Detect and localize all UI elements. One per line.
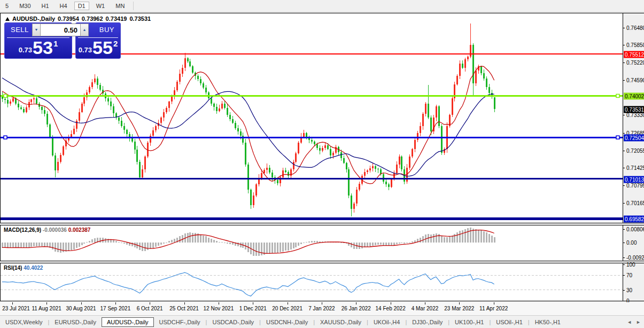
symbol-tab-xauusd-daily[interactable]: XAUUSD-,Daily [315, 317, 367, 327]
symbol-tab-hk50-h1[interactable]: HK50-,H1 [530, 317, 566, 327]
price-axis-value: 0.75850 [626, 42, 644, 48]
toolbar-separator [133, 2, 134, 10]
rsi-axis-tick [623, 264, 625, 265]
rsi-axis[interactable]: 10070300 [623, 263, 644, 301]
price-axis-value: 0.73330 [626, 112, 644, 118]
date-axis-label: 23 Jul 2021 [2, 306, 30, 311]
symbol-tab-bar: USDX,Weekly|EURUSD-,DailyAUDUSD-,DailyUS… [0, 315, 644, 328]
macd-pane[interactable]: MACD(12,26,9) -0.000036 0.002387 [0, 225, 623, 261]
date-axis-label: 7 Jan 2022 [308, 306, 335, 311]
ohlc-high: 0.73962 [82, 15, 103, 22]
price-axis-value: 0.70795 [626, 183, 644, 189]
ohlc-open: 0.73954 [58, 15, 79, 22]
symbol-tab-usdchf-daily[interactable]: USDCHF-,Daily [154, 317, 206, 327]
timeframe-button-h4[interactable]: H4 [56, 2, 71, 10]
rsi-axis-value: 30 [626, 287, 632, 293]
symbol-tab-eurusd-daily[interactable]: EURUSD-,Daily [49, 317, 102, 327]
tab-scroll-left[interactable]: ◄ [627, 319, 632, 325]
timeframe-button-mn[interactable]: MN [112, 2, 128, 10]
timeframe-button-5[interactable]: 5 [2, 2, 12, 10]
price-axis-value: 0.75220 [626, 60, 644, 66]
one-click-trade-widget: SELL 0.73 53 1 BUY 0.73 55 2 ▼ ▲ [4, 22, 121, 59]
price-axis-value: 0.71425 [626, 165, 644, 171]
price-axis-tick [623, 151, 625, 151]
rsi-axis-value: 70 [626, 272, 632, 278]
rsi-axis-tick [623, 301, 625, 301]
date-axis-label: 4 Mar 2022 [412, 306, 439, 311]
macd-axis-value: 0.00 [626, 240, 637, 246]
ohlc-close: 0.73531 [129, 15, 151, 22]
rsi-label: RSI(14) 40.4022 [4, 265, 43, 271]
price-axis-value: 0.70165 [626, 200, 644, 206]
date-axis-label: 23 Mar 2022 [444, 306, 474, 311]
date-axis[interactable]: 23 Jul 202111 Aug 202130 Aug 202117 Sep … [0, 302, 644, 315]
date-axis-tick [253, 302, 253, 304]
date-axis-label: 1 Dec 2021 [239, 306, 267, 311]
price-level-badge: 0.71013 [624, 176, 644, 183]
symbol-tab-usdx-weekly[interactable]: USDX,Weekly [0, 317, 48, 327]
date-axis-label: 17 Sep 2021 [100, 306, 130, 311]
symbol-tab-usdcad-daily[interactable]: USDCAD-,Daily [207, 317, 259, 327]
sell-price-sup: 1 [53, 39, 58, 48]
date-axis-label: 26 Jan 2022 [342, 306, 371, 311]
volume-input[interactable] [41, 24, 80, 36]
price-level-badge: 0.74002 [624, 93, 644, 100]
date-axis-label: 11 Aug 2021 [32, 306, 61, 311]
date-axis-label: 12 Nov 2021 [204, 306, 234, 311]
buy-price-big: 55 [92, 38, 113, 57]
tab-scroll-right[interactable]: ► [636, 319, 641, 325]
buy-price-frac: 0.73 [79, 46, 92, 54]
price-axis-tick [623, 80, 625, 81]
price-level-badge: 0.73531 [624, 106, 644, 113]
sell-label: SELL [11, 26, 29, 34]
price-level-badge: 0.75512 [624, 51, 644, 58]
date-axis-label: 6 Oct 2021 [137, 306, 163, 311]
macd-chart [1, 225, 623, 261]
date-axis-tick [115, 302, 116, 304]
timeframe-button-h1[interactable]: H1 [38, 2, 53, 10]
timeframe-toolbar: 5M30H1H4D1W1MN [0, 0, 644, 12]
macd-axis-tick [623, 243, 625, 243]
price-axis-tick [623, 168, 625, 168]
symbol-tab-usdcnh-daily[interactable]: USDCNH-,Daily [261, 317, 313, 327]
date-axis-tick [81, 302, 82, 304]
rsi-axis-value: 100 [626, 262, 635, 268]
buy-price-sup: 2 [113, 39, 118, 48]
buy-label: BUY [99, 26, 114, 34]
mt4-window: 5M30H1H4D1W1MN AUDUSD-,Daily 0.73954 0.7… [0, 0, 644, 328]
date-axis-tick [46, 302, 47, 304]
price-axis-value: 0.72055 [626, 147, 644, 153]
date-axis-tick [219, 302, 219, 304]
timeframe-button-m30[interactable]: M30 [15, 2, 34, 10]
macd-axis[interactable]: 0.0080610.00-0.00928 [623, 225, 644, 261]
price-axis-tick [623, 115, 625, 115]
symbol-tab-usoil-h1[interactable]: USOil-,H1 [491, 317, 528, 327]
timeframe-button-d1[interactable]: D1 [74, 2, 89, 10]
macd-label: MACD(12,26,9) -0.000036 0.002387 [4, 227, 90, 233]
ohlc-low: 0.73419 [106, 15, 127, 22]
symbol-tab-ukoil-h4[interactable]: UKOil-,H4 [368, 317, 406, 327]
sell-price-frac: 0.73 [19, 46, 32, 54]
rsi-axis-tick [623, 290, 625, 291]
rsi-pane[interactable]: RSI(14) 40.4022 [0, 263, 623, 301]
macd-signal-value: 0.002387 [68, 227, 91, 233]
chart-symbol-label: AUDUSD-,Daily [12, 15, 55, 22]
volume-increase-button[interactable]: ▲ [80, 24, 89, 36]
symbol-tab-audusd-daily[interactable]: AUDUSD-,Daily [102, 317, 154, 327]
timeframe-button-w1[interactable]: W1 [92, 2, 109, 10]
tab-scroll-arrows: ◄► [627, 319, 641, 325]
symbol-tab-uk100-h1[interactable]: UK100-,H1 [449, 317, 489, 327]
price-axis-tick [623, 28, 625, 28]
volume-decrease-button[interactable]: ▼ [32, 24, 41, 36]
macd-axis-value: 0.008061 [626, 227, 644, 232]
macd-axis-tick [623, 257, 625, 258]
date-axis-tick [391, 302, 391, 304]
date-axis-label: 30 Aug 2021 [66, 306, 96, 311]
date-axis-tick [12, 302, 13, 304]
symbol-tab-dj30-daily[interactable]: DJ30-,Daily [407, 317, 448, 327]
date-axis-tick [322, 302, 322, 304]
price-axis[interactable]: 0.764800.758500.752200.745900.733300.726… [623, 13, 644, 223]
date-axis-tick [459, 302, 460, 304]
price-level-badge: 0.72504 [624, 135, 644, 142]
rsi-axis-tick [623, 275, 625, 276]
